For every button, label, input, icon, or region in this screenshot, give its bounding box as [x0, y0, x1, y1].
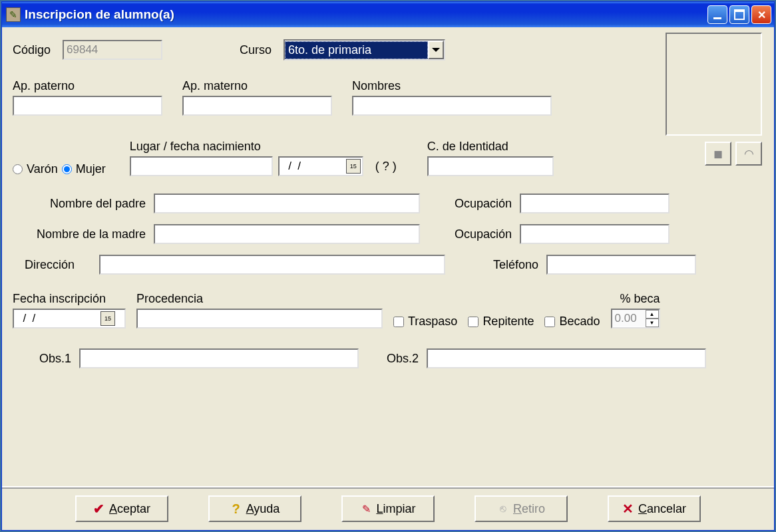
- becado-label: Becado: [559, 315, 600, 329]
- limpiar-rest: impiar: [383, 502, 416, 515]
- camera-icon: ◼: [713, 147, 723, 161]
- ocupacion-madre-label: Ocupación: [455, 227, 512, 241]
- app-icon: ✎: [6, 7, 21, 22]
- varon-label: Varón: [27, 162, 58, 176]
- traspaso-checkbox[interactable]: [393, 317, 404, 327]
- brush-icon: ✎: [360, 503, 372, 515]
- traspaso-label: Traspaso: [408, 315, 457, 329]
- exit-icon: ⎋: [497, 503, 509, 515]
- calendar-icon[interactable]: 15: [100, 311, 115, 326]
- nombre-madre-input[interactable]: [154, 224, 420, 244]
- fecha-inscripcion-label: Fecha inscripción: [13, 292, 126, 306]
- check-icon: ✔: [93, 503, 105, 515]
- fecha-nacimiento-field[interactable]: 15: [278, 156, 363, 176]
- nombre-padre-label: Nombre del padre: [13, 197, 146, 211]
- pct-beca-spinner[interactable]: ▲ ▼: [611, 309, 660, 329]
- titlebar[interactable]: ✎ Inscripcion de alumno(a): [2, 2, 774, 27]
- ayuda-button[interactable]: ? Ayuda: [208, 495, 301, 522]
- ap-paterno-label: Ap. paterno: [13, 79, 162, 93]
- nombres-input[interactable]: [352, 96, 552, 116]
- aceptar-button[interactable]: ✔ Aceptar: [75, 495, 168, 522]
- spin-down-icon[interactable]: ▼: [646, 319, 659, 327]
- calendar-icon[interactable]: 15: [346, 159, 361, 174]
- cancelar-button[interactable]: ✕ Cancelar: [608, 495, 701, 522]
- obs1-input[interactable]: [79, 348, 359, 368]
- nombres-label: Nombres: [352, 79, 552, 93]
- obs2-label: Obs.2: [387, 352, 419, 366]
- identidad-input[interactable]: [427, 156, 554, 176]
- telefono-input[interactable]: [546, 255, 696, 275]
- pct-beca-label: % beca: [620, 292, 660, 306]
- curso-value: 6to. de primaria: [285, 41, 428, 59]
- lugar-fecha-label: Lugar / fecha nacimiento: [130, 140, 397, 154]
- codigo-label: Código: [13, 43, 51, 57]
- window-title: Inscripcion de alumno(a): [25, 7, 705, 22]
- pct-beca-input[interactable]: [612, 311, 646, 327]
- mujer-radio[interactable]: [62, 164, 72, 174]
- nombre-padre-input[interactable]: [154, 194, 420, 213]
- maximize-button[interactable]: [729, 5, 749, 24]
- ap-materno-input[interactable]: [182, 96, 332, 116]
- question-help[interactable]: ( ? ): [375, 160, 397, 174]
- fecha-inscripcion-field[interactable]: 15: [13, 309, 126, 329]
- spin-up-icon[interactable]: ▲: [646, 310, 659, 319]
- retiro-rest: etiro: [522, 502, 545, 515]
- mujer-label: Mujer: [76, 162, 106, 176]
- direccion-label: Dirección: [25, 258, 91, 272]
- retiro-button: ⎋ Retiro: [475, 495, 568, 522]
- student-enrollment-window: ✎ Inscripcion de alumno(a) ◼ ◠ Código Cu…: [1, 1, 775, 531]
- cancel-icon: ✕: [622, 503, 634, 515]
- ocupacion-madre-input[interactable]: [520, 224, 670, 244]
- ap-paterno-input[interactable]: [13, 96, 162, 116]
- procedencia-input[interactable]: [136, 309, 383, 329]
- becado-checkbox[interactable]: [544, 317, 555, 327]
- obs1-label: Obs.1: [39, 352, 71, 366]
- direccion-input[interactable]: [99, 255, 445, 275]
- curso-select[interactable]: 6to. de primaria: [284, 39, 445, 61]
- lugar-nacimiento-input[interactable]: [130, 156, 273, 176]
- nombre-madre-label: Nombre de la madre: [13, 227, 146, 241]
- ocupacion-padre-label: Ocupación: [455, 197, 512, 211]
- fecha-inscripcion-input[interactable]: [14, 311, 100, 327]
- folder-open-icon: ◠: [744, 147, 754, 161]
- ap-materno-label: Ap. materno: [182, 79, 332, 93]
- aceptar-rest: ceptar: [117, 502, 150, 515]
- browse-photo-button[interactable]: ◠: [735, 142, 762, 166]
- chevron-down-icon[interactable]: [428, 41, 444, 59]
- button-bar: ✔ Aceptar ? Ayuda ✎ Limpiar ⎋ Retiro ✕ C…: [2, 486, 774, 530]
- ayuda-rest: yuda: [254, 502, 280, 515]
- limpiar-button[interactable]: ✎ Limpiar: [341, 495, 435, 522]
- repitente-checkbox[interactable]: [468, 317, 479, 327]
- photo-placeholder: [666, 33, 762, 136]
- minimize-button[interactable]: [707, 5, 727, 24]
- help-icon: ?: [230, 503, 242, 515]
- codigo-input: [63, 40, 162, 60]
- varon-radio[interactable]: [13, 164, 23, 174]
- obs2-input[interactable]: [427, 348, 706, 368]
- repitente-label: Repitente: [483, 315, 534, 329]
- capture-photo-button[interactable]: ◼: [705, 142, 731, 166]
- close-button[interactable]: [751, 5, 771, 24]
- procedencia-label: Procedencia: [136, 292, 383, 306]
- identidad-label: C. de Identidad: [427, 140, 554, 154]
- telefono-label: Teléfono: [493, 258, 538, 272]
- ocupacion-padre-input[interactable]: [520, 194, 670, 213]
- fecha-nacimiento-input[interactable]: [280, 158, 346, 174]
- cancelar-rest: ancelar: [647, 502, 686, 515]
- curso-label: Curso: [240, 43, 272, 57]
